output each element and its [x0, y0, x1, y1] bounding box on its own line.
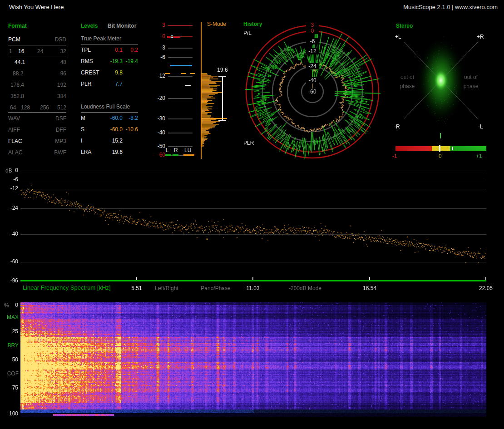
- spectrum-axis-title: Linear Frequency Spectrum [kHz]: [23, 284, 111, 291]
- spectrum-gridline: [20, 171, 486, 171]
- spectrum-ytick-label: 0: [0, 167, 18, 173]
- spectrogram-ytick-label: 75: [0, 385, 18, 391]
- spectrum-ytick-label: -40: [0, 231, 18, 237]
- spectrum-xtick-label: 22.05: [474, 285, 497, 291]
- spectrum-scatter-canvas: [20, 169, 486, 282]
- spectrum-gridline: [20, 189, 486, 189]
- spectrogram-cof-label: COF: [0, 370, 19, 377]
- spectrum-ytick-label: -12: [0, 185, 18, 192]
- spectrum-ytick-label: -60: [0, 258, 18, 265]
- spectrum-gridline: [20, 262, 486, 262]
- spectrum-mode-button-pano-phase[interactable]: Pano/Phase: [193, 285, 238, 291]
- spectrum-xtick-label: 11.03: [242, 285, 264, 291]
- spectrum-gridline: [20, 180, 486, 180]
- spectrum-xtick-mark: [369, 277, 370, 280]
- spectrogram-ytick-label: 100: [0, 410, 18, 417]
- spectrum-gridline: [20, 234, 486, 235]
- spectrogram-canvas: [20, 302, 486, 417]
- spectrogram-ytick-label: 0: [0, 302, 18, 308]
- spectrum-ytick-label: -24: [0, 205, 18, 211]
- spectrum-panel: dB Linear Frequency Spectrum [kHz] 0-6-1…: [0, 0, 504, 300]
- spectrogram-ytick-label: 25: [0, 328, 18, 335]
- musicscope-window: Wish You Were Here MusicScope 2.1.0 | ww…: [0, 0, 504, 429]
- spectrum-gridline: [20, 208, 486, 209]
- spectrum-mode-button--200db-mode[interactable]: -200dB Mode: [282, 285, 328, 291]
- spectrum-mode-button-left-right[interactable]: Left/Right: [144, 285, 189, 291]
- spectrogram-panel: % 0255075100MAXBRYCOF: [0, 297, 504, 429]
- spectrogram-bry-label: BRY: [0, 342, 19, 349]
- spectrogram-max-label: MAX: [0, 314, 19, 321]
- spectrum-xtick-mark: [485, 277, 486, 280]
- spectrum-ytick-label: -6: [0, 176, 18, 182]
- spectrum-xtick-label: 16.54: [358, 285, 381, 291]
- spectrum-frequency-axis: [20, 280, 486, 281]
- spectrogram-ytick-label: 50: [0, 356, 18, 363]
- spectrum-xtick-mark: [252, 277, 253, 280]
- spectrum-ytick-label: -96: [0, 277, 18, 284]
- spectrum-xtick-mark: [136, 277, 137, 280]
